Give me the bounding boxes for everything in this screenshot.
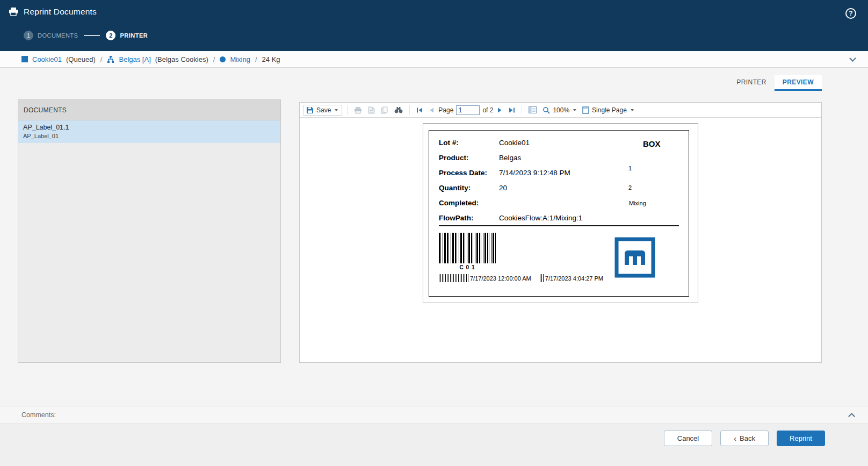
breadcrumb-separator: / xyxy=(213,55,215,63)
reprint-label: Reprint xyxy=(790,434,812,442)
page-layout-button[interactable]: Single Page xyxy=(581,105,635,115)
magnifier-icon xyxy=(542,106,550,114)
document-subtitle: AP_Label_01 xyxy=(23,133,276,139)
box-type-label: BOX xyxy=(643,139,661,148)
document-map-button[interactable] xyxy=(527,105,538,114)
printer-icon xyxy=(9,8,18,16)
documents-panel-header: DOCUMENTS xyxy=(18,100,280,120)
page-number-input[interactable] xyxy=(456,105,480,115)
tab-preview[interactable]: PREVIEW xyxy=(775,75,822,91)
footer: Cancel ‹ Back Reprint xyxy=(0,424,868,466)
help-icon[interactable]: ? xyxy=(845,8,856,19)
header: Reprint Documents ? 1 DOCUMENTS 2 PRINTE… xyxy=(0,0,868,51)
zoom-button[interactable]: 100% xyxy=(541,105,578,115)
lot-status: (Queued) xyxy=(66,55,96,63)
back-label: Back xyxy=(740,434,755,442)
documents-panel: DOCUMENTS AP_Label_01.1 AP_Label_01 xyxy=(18,99,281,363)
save-button[interactable]: Save xyxy=(303,105,342,116)
step-documents[interactable]: 1 DOCUMENTS xyxy=(24,31,78,40)
reprint-button[interactable]: Reprint xyxy=(777,431,825,446)
binoculars-icon xyxy=(394,106,403,113)
process-description: (Belgas Cookies) xyxy=(155,55,208,63)
export-icon xyxy=(381,106,388,114)
barcode-text: C 0 1 xyxy=(439,264,496,270)
last-page-button[interactable] xyxy=(507,106,517,114)
document-title: AP_Label_01.1 xyxy=(23,124,276,131)
step-label: DOCUMENTS xyxy=(38,32,78,39)
lot-icon xyxy=(21,56,28,62)
report-page: Lot #: Cookie01 Product: Belgas Process … xyxy=(423,123,698,303)
label-row: Product: Belgas xyxy=(439,150,679,165)
step-connector-line xyxy=(84,35,100,36)
page-count-label: of 2 xyxy=(482,106,493,114)
first-page-button[interactable] xyxy=(415,106,424,114)
breadcrumb: Cookie01 (Queued) / Belgas [A] (Belgas C… xyxy=(0,51,868,68)
page-label: Page xyxy=(438,106,453,114)
breadcrumb-lot-link[interactable]: Cookie01 xyxy=(32,55,62,63)
footer-buttons: Cancel ‹ Back Reprint xyxy=(664,431,825,446)
step-number: 1 xyxy=(24,31,33,40)
back-button[interactable]: ‹ Back xyxy=(720,431,769,446)
single-page-icon xyxy=(582,106,589,114)
title-row: Reprint Documents ? xyxy=(0,0,868,17)
label-field-name: Product: xyxy=(439,154,499,162)
breadcrumb-process-link[interactable]: Belgas [A] xyxy=(119,55,150,63)
page-layout-label: Single Page xyxy=(592,106,627,114)
report-toolbar: Save xyxy=(300,103,821,118)
label-field-name: Process Date: xyxy=(439,169,499,177)
timestamp-1: 7/17/2023 12:00:00 AM xyxy=(470,275,531,282)
export-button[interactable] xyxy=(379,105,390,115)
label-field-value: Belgas xyxy=(499,154,521,162)
mini-barcode xyxy=(540,274,544,282)
wizard-steps: 1 DOCUMENTS 2 PRINTER xyxy=(24,31,148,40)
caret-down-icon xyxy=(335,109,338,111)
label-field-value: CookiesFlow:A:1/Mixing:1 xyxy=(499,214,582,222)
save-icon xyxy=(306,106,314,114)
sequence-number-2: 2 xyxy=(628,184,632,191)
chevron-left-icon: ‹ xyxy=(734,434,736,442)
document-list-item[interactable]: AP_Label_01.1 AP_Label_01 xyxy=(18,120,280,143)
toolbar-separator xyxy=(522,105,522,114)
comments-label: Comments: xyxy=(21,411,56,419)
next-page-icon xyxy=(497,107,503,113)
tab-printer[interactable]: PRINTER xyxy=(728,75,774,91)
comments-section[interactable]: Comments: xyxy=(0,406,868,424)
step-printer[interactable]: 2 PRINTER xyxy=(106,31,148,40)
label-row: FlowPath: CookiesFlow:A:1/Mixing:1 xyxy=(439,210,679,225)
print-button[interactable] xyxy=(352,105,364,115)
document-map-icon xyxy=(529,106,537,113)
chevron-up-icon[interactable] xyxy=(848,413,855,420)
logo-icon xyxy=(614,237,655,278)
find-button[interactable] xyxy=(393,105,404,114)
operation-name-label: Mixing xyxy=(629,200,646,206)
mini-barcode xyxy=(439,274,469,282)
label-field-value: Cookie01 xyxy=(499,139,530,147)
label-fields: Lot #: Cookie01 Product: Belgas Process … xyxy=(439,135,679,226)
process-icon xyxy=(107,56,114,63)
label-field-name: Lot #: xyxy=(439,139,499,147)
timestamp-2: 7/17/2023 4:04:27 PM xyxy=(545,275,603,282)
breadcrumb-operation-link[interactable]: Mixing xyxy=(230,55,250,63)
cancel-button[interactable]: Cancel xyxy=(664,431,712,446)
page-setup-button[interactable] xyxy=(366,105,377,115)
toolbar-separator xyxy=(347,105,348,114)
zoom-level: 100% xyxy=(553,106,569,114)
cancel-label: Cancel xyxy=(677,434,699,442)
prev-page-button[interactable] xyxy=(427,106,436,114)
sequence-number-1: 1 xyxy=(628,165,632,171)
page-setup-icon xyxy=(368,106,375,114)
chevron-down-icon[interactable] xyxy=(849,55,856,62)
print-icon xyxy=(354,106,362,114)
report-preview-canvas: Lot #: Cookie01 Product: Belgas Process … xyxy=(300,118,821,362)
prev-page-icon xyxy=(429,107,434,113)
view-tabs: PRINTER PREVIEW xyxy=(728,75,822,91)
page-title: Reprint Documents xyxy=(24,7,97,17)
label-document: Lot #: Cookie01 Product: Belgas Process … xyxy=(429,130,689,297)
breadcrumb-separator: / xyxy=(100,55,103,63)
label-row: Quantity: 20 xyxy=(439,180,679,195)
step-number: 2 xyxy=(106,31,115,40)
next-page-button[interactable] xyxy=(496,106,504,114)
label-row: Process Date: 7/14/2023 9:12:48 PM xyxy=(439,165,679,180)
toolbar-separator xyxy=(409,105,410,114)
barcode xyxy=(439,233,496,263)
